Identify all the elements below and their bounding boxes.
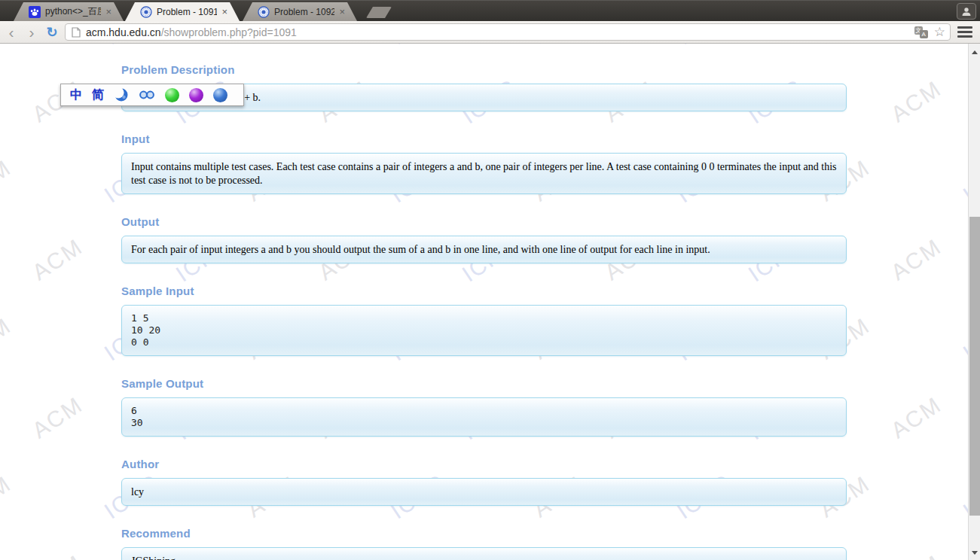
address-bar[interactable]: acm.hdu.edu.cn/showproblem.php?pid=1091 … bbox=[65, 23, 951, 41]
tab-title: Problem - 1092 bbox=[274, 7, 334, 17]
watermark-text: ACM bbox=[887, 76, 946, 128]
problem-content: Problem Description Your task is to Calc… bbox=[0, 44, 847, 560]
glasses-icon[interactable] bbox=[139, 87, 155, 102]
person-icon bbox=[961, 7, 972, 17]
section-sample-output: Sample Output 6 30 bbox=[121, 377, 847, 437]
hdu-favicon-icon bbox=[258, 6, 270, 18]
section-heading: Sample Input bbox=[121, 285, 847, 298]
section-output: Output For each pair of input integers a… bbox=[121, 215, 847, 263]
tab-problem-1092[interactable]: Problem - 1092 × bbox=[243, 2, 357, 21]
section-body: Input contains multiple test cases. Each… bbox=[131, 161, 837, 186]
section-box: 6 30 bbox=[121, 397, 847, 437]
section-heading: Recommend bbox=[121, 527, 847, 540]
tab-title: python<>_百度搜索 bbox=[45, 5, 101, 18]
url-path: /showproblem.php?pid=1091 bbox=[161, 26, 297, 38]
url-text: acm.hdu.edu.cn/showproblem.php?pid=1091 bbox=[86, 26, 914, 38]
back-button[interactable]: ‹ bbox=[2, 23, 20, 42]
section-box: For each pair of input integers a and b … bbox=[121, 236, 847, 263]
tab-strip: python<>_百度搜索 × Problem - 1091 × Problem… bbox=[0, 0, 980, 21]
section-body: lcy bbox=[131, 486, 144, 498]
simplified-jian-icon[interactable]: 简 bbox=[92, 87, 104, 102]
hdu-favicon-icon bbox=[140, 6, 152, 18]
watermark-text: ACM bbox=[887, 392, 946, 444]
menu-icon[interactable] bbox=[957, 26, 972, 38]
green-ball-icon[interactable] bbox=[165, 88, 179, 102]
bookmark-star-icon[interactable]: ☆ bbox=[934, 25, 945, 40]
section-heading: Sample Output bbox=[121, 377, 847, 391]
tab-title: Problem - 1091 bbox=[157, 7, 217, 17]
page-viewport: ACMICPCACMICPCACMICPCACMICPCICPCACMICPCA… bbox=[0, 44, 980, 560]
scroll-down-icon[interactable] bbox=[972, 551, 978, 555]
section-body: JGShining bbox=[131, 555, 176, 560]
blue-ball-icon[interactable] bbox=[213, 88, 227, 102]
chinese-zhong-icon[interactable]: 中 bbox=[70, 87, 82, 102]
section-author: Author lcy bbox=[121, 458, 847, 506]
purple-ball-icon[interactable] bbox=[189, 88, 203, 102]
section-body: 6 30 bbox=[131, 405, 837, 429]
section-body: 1 5 10 20 0 0 bbox=[131, 312, 837, 348]
section-heading: Output bbox=[121, 215, 847, 229]
scroll-up-icon[interactable] bbox=[972, 50, 978, 54]
scrollbar[interactable] bbox=[968, 44, 980, 560]
extension-toolbar-popup: 中 简 bbox=[60, 84, 244, 106]
section-heading: Author bbox=[121, 458, 847, 471]
section-sample-input: Sample Input 1 5 10 20 0 0 bbox=[121, 285, 847, 356]
forward-button[interactable]: › bbox=[23, 23, 41, 42]
section-recommend: Recommend JGShining bbox=[121, 527, 847, 560]
section-box: 1 5 10 20 0 0 bbox=[121, 305, 847, 356]
section-box: JGShining bbox=[121, 547, 847, 560]
tab-baidu-search[interactable]: python<>_百度搜索 × bbox=[14, 2, 124, 21]
section-box: Input contains multiple test cases. Each… bbox=[121, 153, 847, 194]
section-heading: Problem Description bbox=[121, 63, 847, 77]
section-body: For each pair of input integers a and b … bbox=[131, 244, 710, 255]
tab-close-icon[interactable]: × bbox=[105, 7, 111, 17]
translate-icon[interactable]: 文 A bbox=[914, 26, 928, 38]
new-tab-button[interactable] bbox=[366, 7, 392, 18]
tab-close-icon[interactable]: × bbox=[339, 7, 345, 17]
page-icon bbox=[72, 27, 81, 38]
reload-button[interactable]: ↻ bbox=[42, 23, 62, 42]
crescent-moon-icon[interactable] bbox=[114, 87, 129, 102]
section-heading: Input bbox=[121, 132, 847, 146]
section-box: lcy bbox=[121, 478, 847, 506]
baidu-favicon-icon bbox=[29, 6, 41, 18]
profile-button[interactable] bbox=[957, 3, 976, 20]
watermark-text: ACM bbox=[887, 550, 946, 560]
browser-toolbar: ‹ › ↻ acm.hdu.edu.cn/showproblem.php?pid… bbox=[0, 21, 980, 44]
url-domain: acm.hdu.edu.cn bbox=[86, 26, 161, 38]
tab-problem-1091[interactable]: Problem - 1091 × bbox=[125, 2, 240, 21]
watermark-text: ACM bbox=[887, 234, 946, 286]
scroll-thumb[interactable] bbox=[969, 217, 980, 516]
tab-close-icon[interactable]: × bbox=[221, 7, 227, 17]
section-input: Input Input contains multiple test cases… bbox=[121, 132, 847, 194]
